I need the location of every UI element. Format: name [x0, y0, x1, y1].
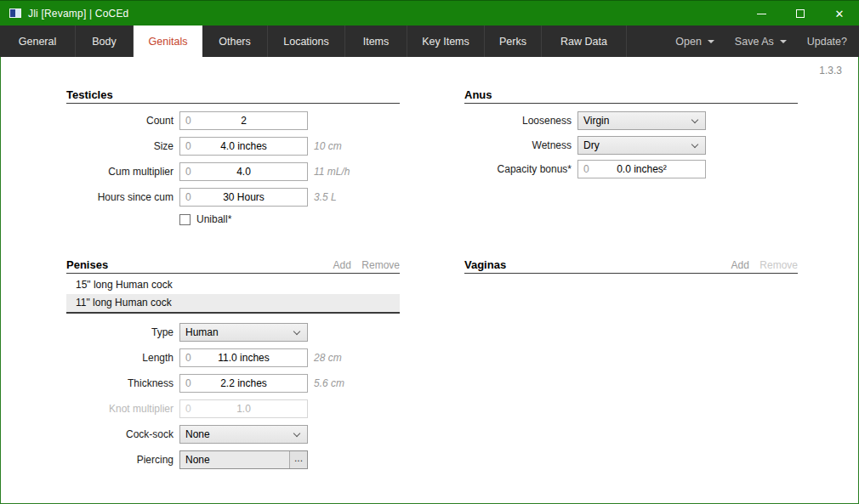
- looseness-label: Looseness: [464, 111, 572, 130]
- caret-down-icon: [780, 40, 787, 43]
- uniball-checkbox[interactable]: [179, 214, 191, 225]
- type-label: Type: [66, 323, 174, 342]
- thickness-unit: 5.6 cm: [314, 374, 344, 393]
- length-input[interactable]: 0 11.0 inches: [179, 348, 308, 367]
- tab-key-items[interactable]: Key Items: [407, 25, 485, 57]
- penises-remove-button[interactable]: Remove: [361, 259, 400, 271]
- wetness-row: Wetness Dry: [464, 136, 798, 155]
- content-area: 1.3.3 Testicles Count 0 2 Size 0 4.0 inc…: [0, 57, 859, 504]
- capacity-bonus-label: Capacity bonus*: [464, 160, 572, 178]
- close-icon: ✕: [835, 8, 845, 20]
- size-row: Size 0 4.0 inches 10 cm: [66, 137, 400, 156]
- length-label: Length: [66, 348, 174, 367]
- app-icon-detail: [10, 9, 15, 17]
- window-controls: ✕: [742, 1, 859, 26]
- save-as-menu-button[interactable]: Save As: [735, 36, 787, 48]
- looseness-row: Looseness Virgin: [464, 111, 798, 130]
- looseness-value: Virgin: [578, 112, 705, 129]
- tab-raw-data[interactable]: Raw Data: [542, 25, 627, 57]
- close-button[interactable]: ✕: [820, 1, 859, 26]
- cum-multiplier-input[interactable]: 0 4.0: [179, 162, 308, 181]
- tab-body[interactable]: Body: [76, 25, 134, 57]
- piercing-field[interactable]: None ...: [179, 450, 308, 469]
- tab-perks[interactable]: Perks: [485, 25, 542, 57]
- capacity-bonus-input[interactable]: 0 0.0 inches²: [577, 160, 706, 178]
- type-dropdown[interactable]: Human: [179, 323, 308, 342]
- piercing-row: Piercing None ...: [66, 450, 400, 469]
- hours-since-cum-input[interactable]: 0 30 Hours: [179, 188, 308, 207]
- vaginas-add-button[interactable]: Add: [731, 259, 749, 271]
- cum-multiplier-value: 4.0: [180, 163, 307, 180]
- penises-title: Penises: [66, 258, 108, 271]
- hours-since-cum-label: Hours since cum: [66, 188, 174, 207]
- knot-multiplier-row: Knot multiplier 0 1.0: [66, 399, 400, 418]
- testicles-header: Testicles: [66, 88, 400, 104]
- cock-sock-label: Cock-sock: [66, 425, 174, 444]
- uniball-row: Uniball*: [66, 214, 400, 227]
- testicles-title: Testicles: [66, 88, 113, 101]
- wetness-dropdown[interactable]: Dry: [577, 136, 706, 155]
- open-menu-button[interactable]: Open: [675, 36, 714, 48]
- minimize-button[interactable]: [742, 1, 781, 26]
- penis-list-item[interactable]: 15" long Human cock: [66, 276, 400, 294]
- thickness-row: Thickness 0 2.2 inches 5.6 cm: [66, 374, 400, 393]
- looseness-dropdown[interactable]: Virgin: [577, 111, 706, 130]
- anus-section: Anus Looseness Virgin Wetness Dry Capaci…: [464, 88, 798, 104]
- size-input[interactable]: 0 4.0 inches: [179, 137, 308, 156]
- cock-sock-dropdown[interactable]: None: [179, 425, 308, 444]
- knot-multiplier-label: Knot multiplier: [66, 399, 174, 418]
- title-bar: Jli [Revamp] | CoCEd ✕: [0, 0, 859, 25]
- thickness-input[interactable]: 0 2.2 inches: [179, 374, 308, 393]
- tab-genitals[interactable]: Genitals: [134, 25, 202, 57]
- knot-multiplier-value: 1.0: [180, 400, 307, 417]
- tab-others[interactable]: Others: [202, 25, 268, 57]
- thickness-min: 0: [185, 375, 191, 392]
- capacity-bonus-min: 0: [583, 161, 589, 178]
- vaginas-remove-button-disabled: Remove: [759, 259, 798, 271]
- vaginas-header: Vaginas Add Remove: [464, 258, 798, 274]
- tab-locations[interactable]: Locations: [268, 25, 345, 57]
- wetness-label: Wetness: [464, 136, 572, 155]
- anus-title: Anus: [464, 88, 492, 101]
- vaginas-actions: Add Remove: [724, 259, 798, 271]
- penises-actions: Add Remove: [326, 259, 400, 271]
- penises-add-button[interactable]: Add: [333, 259, 351, 271]
- size-value: 4.0 inches: [180, 138, 307, 155]
- penis-list: 15" long Human cock 11" long Human cock: [66, 276, 400, 314]
- caret-down-icon: [708, 40, 714, 43]
- tab-items[interactable]: Items: [345, 25, 407, 57]
- minimize-icon: [757, 14, 766, 14]
- cum-multiplier-label: Cum multiplier: [66, 162, 174, 181]
- tab-general[interactable]: General: [0, 25, 76, 57]
- length-row: Length 0 11.0 inches 28 cm: [66, 348, 400, 367]
- count-row: Count 0 2: [66, 111, 400, 130]
- vaginas-title: Vaginas: [464, 258, 506, 271]
- penises-header: Penises Add Remove: [66, 258, 400, 274]
- thickness-label: Thickness: [66, 374, 174, 393]
- capacity-bonus-row: Capacity bonus* 0 0.0 inches²: [464, 160, 798, 178]
- open-menu-label: Open: [675, 36, 702, 48]
- length-min: 0: [185, 349, 191, 366]
- count-input[interactable]: 0 2: [179, 111, 308, 130]
- uniball-label: Uniball*: [196, 213, 231, 226]
- version-label: 1.3.3: [819, 65, 842, 76]
- window-title: Jli [Revamp] | CoCEd: [28, 8, 129, 20]
- wetness-value: Dry: [578, 137, 705, 154]
- length-value: 11.0 inches: [180, 349, 307, 366]
- app-icon: [9, 8, 21, 18]
- anus-header: Anus: [464, 88, 798, 104]
- hours-since-cum-value: 30 Hours: [180, 189, 307, 206]
- count-min: 0: [185, 112, 191, 129]
- size-unit: 10 cm: [314, 137, 342, 156]
- cum-multiplier-min: 0: [185, 163, 191, 180]
- piercing-value: None: [180, 451, 307, 468]
- app-window: Jli [Revamp] | CoCEd ✕ General Body Geni…: [0, 0, 859, 504]
- update-button[interactable]: Update?: [807, 36, 847, 48]
- piercing-browse-button[interactable]: ...: [289, 451, 307, 468]
- knot-multiplier-input-disabled: 0 1.0: [179, 399, 308, 418]
- type-value: Human: [180, 324, 307, 341]
- testicles-section: Testicles Count 0 2 Size 0 4.0 inches 10…: [66, 88, 400, 104]
- maximize-button[interactable]: [781, 1, 820, 26]
- knot-multiplier-min: 0: [185, 400, 191, 417]
- penis-list-item-selected[interactable]: 11" long Human cock: [66, 294, 400, 312]
